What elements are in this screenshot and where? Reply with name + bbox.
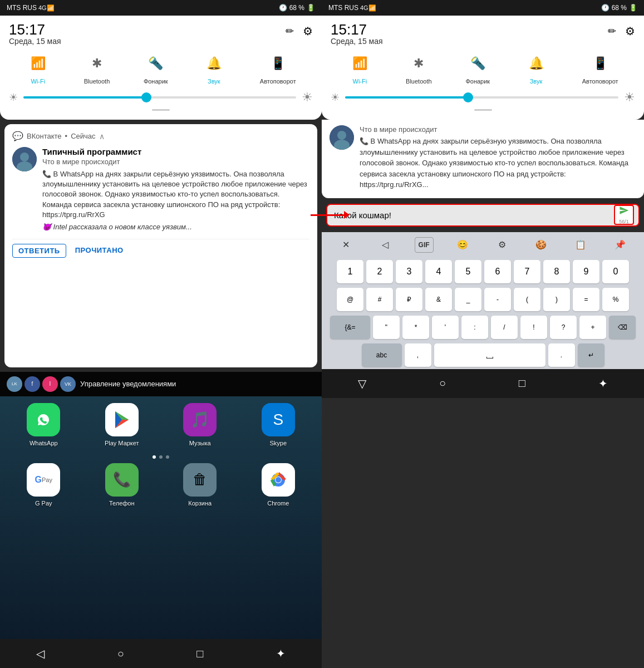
right-brightness-track[interactable]	[345, 96, 618, 99]
key-equal[interactable]: =	[573, 288, 599, 311]
key-4[interactable]: 4	[425, 260, 452, 283]
key-space[interactable]: ⎵	[434, 343, 545, 367]
recent-button[interactable]: □	[192, 643, 208, 665]
key-plus[interactable]: +	[579, 316, 606, 339]
app-gpay[interactable]: GPay G Pay	[7, 463, 81, 507]
key-quote[interactable]: "	[373, 316, 400, 339]
notif-header: 💬 ВКонтакте • Сейчас ∧	[12, 131, 309, 141]
right-quick-settings: 15:17 Среда, 15 мая ✏ ⚙ 📶 Wi-Fi ✱ Blueto…	[322, 16, 644, 120]
key-period[interactable]: .	[548, 343, 575, 367]
kb-clipboard-btn[interactable]: 📋	[571, 235, 591, 255]
send-button[interactable]: 56/1	[614, 205, 634, 225]
right-qs-bluetooth[interactable]: ✱ Bluetooth	[406, 51, 431, 85]
right-brightness-thumb[interactable]	[463, 92, 473, 102]
app-chrome[interactable]: Chrome	[242, 463, 316, 507]
key-underscore[interactable]: _	[455, 288, 481, 311]
key-rparen[interactable]: )	[543, 288, 570, 311]
key-amp[interactable]: &	[425, 288, 452, 311]
kb-row-symbols2: {&= " * ' : / ! ? + ⌫	[322, 313, 644, 341]
notif-time: Сейчас	[71, 132, 95, 140]
right-settings-icon[interactable]: ⚙	[625, 24, 635, 38]
right-accessibility-button[interactable]: ✦	[594, 372, 612, 395]
brightness-track[interactable]	[23, 96, 296, 99]
key-8[interactable]: 8	[543, 260, 570, 283]
right-qs-handle[interactable]	[474, 109, 492, 111]
key-ruble[interactable]: ₽	[396, 288, 422, 311]
key-1[interactable]: 1	[337, 260, 363, 283]
home-button[interactable]: ○	[113, 643, 129, 665]
key-lparen[interactable]: (	[514, 288, 540, 311]
notif-expand-icon[interactable]: ∧	[99, 132, 105, 141]
right-qs-flashlight[interactable]: 🔦 Фонарик	[465, 51, 490, 85]
app-skype[interactable]: S Skype	[242, 403, 316, 446]
key-hash[interactable]: #	[366, 288, 393, 311]
kb-sticker-btn[interactable]: 🍪	[531, 235, 551, 255]
right-qs-wifi[interactable]: 📶 Wi-Fi	[347, 51, 372, 85]
back-button[interactable]: ◁	[32, 642, 49, 665]
key-star[interactable]: *	[402, 316, 429, 339]
kb-emoji-btn[interactable]: 😊	[453, 235, 473, 255]
send-icon	[619, 205, 629, 218]
qs-bluetooth[interactable]: ✱ Bluetooth	[84, 51, 110, 85]
right-back-button[interactable]: ▽	[353, 372, 371, 395]
key-colon[interactable]: :	[461, 316, 488, 339]
qs-sound[interactable]: 🔔 Звук	[201, 51, 226, 85]
app-phone[interactable]: 📞 Телефон	[85, 463, 159, 507]
kb-pin-btn[interactable]: 📌	[610, 235, 630, 255]
manage-notif-bar[interactable]: LK f I VK Управление уведомлениями	[0, 372, 322, 396]
key-special[interactable]: {&=	[330, 316, 370, 339]
bluetooth-label: Bluetooth	[84, 78, 110, 85]
key-excl[interactable]: !	[520, 316, 547, 339]
right-recent-button[interactable]: □	[514, 372, 530, 394]
kb-row-numbers: 1 2 3 4 5 6 7 8 9 0	[322, 258, 644, 286]
reply-button[interactable]: ОТВЕТИТЬ	[12, 244, 66, 258]
qs-handle[interactable]	[152, 109, 170, 111]
manage-notif-label[interactable]: Управление уведомлениями	[80, 380, 176, 388]
qs-wifi[interactable]: 📶 Wi-Fi	[26, 51, 50, 85]
right-edit-icon[interactable]: ✏	[608, 25, 616, 37]
left-status-bar: MTS RUS 4G📶 🕐 68 % 🔋	[0, 0, 322, 16]
key-at[interactable]: @	[337, 288, 363, 311]
key-comma[interactable]: ,	[405, 343, 431, 367]
key-percent[interactable]: %	[602, 288, 629, 311]
right-qs-sound[interactable]: 🔔 Звук	[524, 51, 548, 85]
key-slash[interactable]: /	[491, 316, 518, 339]
arrow-head	[344, 211, 350, 219]
brightness-thumb[interactable]	[141, 92, 151, 102]
key-5[interactable]: 5	[455, 260, 481, 283]
kb-back-btn[interactable]: ◁	[375, 235, 395, 255]
key-7[interactable]: 7	[514, 260, 540, 283]
skype-label: Skype	[269, 440, 287, 446]
key-enter[interactable]: ↵	[578, 343, 604, 367]
edit-icon[interactable]: ✏	[286, 25, 294, 37]
key-0[interactable]: 0	[602, 260, 629, 283]
key-dash[interactable]: -	[484, 288, 511, 311]
key-6[interactable]: 6	[484, 260, 511, 283]
left-qs-actions: ✏ ⚙	[286, 24, 313, 38]
key-2[interactable]: 2	[366, 260, 393, 283]
kb-close-btn[interactable]: ✕	[336, 235, 356, 255]
right-home-button[interactable]: ○	[435, 372, 450, 394]
kb-settings-btn[interactable]: ⚙	[492, 235, 512, 255]
accessibility-button[interactable]: ✦	[272, 642, 290, 665]
reply-box[interactable]: Какой кошмар! 56/1	[326, 204, 640, 227]
qs-flashlight[interactable]: 🔦 Фонарик	[144, 51, 168, 85]
read-button[interactable]: ПРОЧИТАНО	[75, 244, 124, 258]
app-music[interactable]: 🎵 Музыка	[163, 403, 237, 446]
autorotate-label: Автоповорот	[260, 78, 296, 85]
notif-body: Типичный программист Что в мире происход…	[12, 147, 309, 232]
music-label: Музыка	[189, 440, 211, 446]
key-ques[interactable]: ?	[550, 316, 577, 339]
app-whatsapp[interactable]: WhatsApp	[7, 403, 81, 446]
key-apos[interactable]: '	[432, 316, 459, 339]
key-9[interactable]: 9	[573, 260, 599, 283]
key-abc[interactable]: abc	[362, 343, 402, 367]
settings-icon[interactable]: ⚙	[303, 24, 313, 38]
app-trash[interactable]: 🗑 Корзина	[163, 463, 237, 507]
key-backspace[interactable]: ⌫	[609, 316, 636, 339]
right-qs-autorotate[interactable]: 📱 Автоповорот	[582, 51, 618, 85]
kb-gif-btn[interactable]: GIF	[415, 237, 434, 253]
key-3[interactable]: 3	[396, 260, 422, 283]
qs-autorotate[interactable]: 📱 Автоповорот	[260, 51, 296, 85]
app-play[interactable]: Play Маркет	[85, 403, 159, 446]
